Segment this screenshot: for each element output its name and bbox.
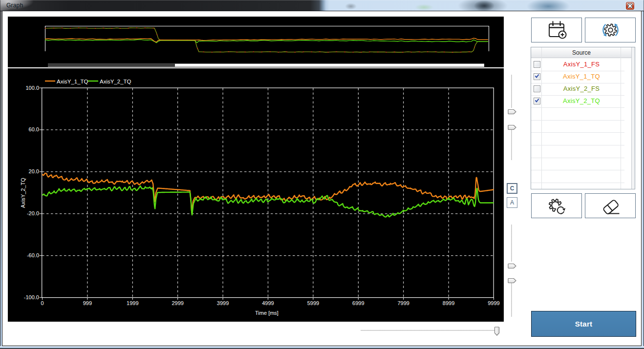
- svg-text:4999: 4999: [262, 300, 274, 306]
- svg-text:8999: 8999: [443, 300, 454, 306]
- svg-text:3999: 3999: [217, 300, 229, 306]
- svg-text:AxisY_1_TQ: AxisY_1_TQ: [57, 79, 88, 84]
- svg-text:AxisY_2_TQ: AxisY_2_TQ: [20, 178, 26, 208]
- svg-text:Time [ms]: Time [ms]: [255, 310, 279, 316]
- svg-text:999: 999: [83, 300, 92, 306]
- svg-text:100.0: 100.0: [25, 85, 39, 91]
- svg-text:2999: 2999: [172, 300, 183, 306]
- svg-text:-20.0: -20.0: [27, 210, 39, 216]
- svg-text:60.0: 60.0: [29, 126, 39, 132]
- svg-text:-100.0: -100.0: [24, 294, 39, 300]
- svg-text:7999: 7999: [397, 300, 409, 306]
- svg-text:AxisY_2_TQ: AxisY_2_TQ: [100, 79, 131, 84]
- svg-text:6999: 6999: [352, 300, 364, 306]
- svg-text:0: 0: [41, 300, 43, 306]
- svg-text:5999: 5999: [307, 300, 319, 306]
- svg-text:9999: 9999: [488, 300, 499, 306]
- svg-text:1999: 1999: [127, 300, 138, 306]
- svg-text:20.0: 20.0: [29, 168, 39, 174]
- svg-text:-60.0: -60.0: [27, 252, 39, 258]
